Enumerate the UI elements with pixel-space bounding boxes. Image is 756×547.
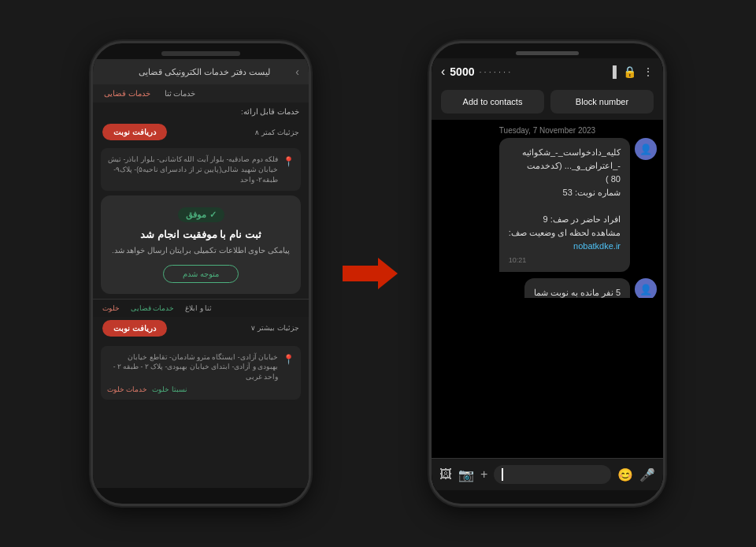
status-calm: نسبتا خلوت <box>152 385 187 393</box>
address-block-top: 📍 فلکه دوم صادقیه- بلوار آیت الله کاشانی… <box>101 148 301 191</box>
success-desc: پیامکی حاوی اطلاعات تکمیلی برایتان ارسال… <box>110 245 291 256</box>
success-badge: ✓ موفق <box>178 207 224 222</box>
left-topbar-title: لیست دفتر خدمات الکترونیکی قضایی <box>113 67 295 77</box>
phone-number-label: 5000 <box>450 65 474 78</box>
success-modal: ✓ موفق ثبت نام با موفقیت انجام شد پیامکی… <box>101 195 301 293</box>
phone-dots: · · · · · · · <box>479 67 510 76</box>
right-screen: ‹ 5000 · · · · · · · ▐ 🔒 ⋮ Add to contac… <box>432 58 663 490</box>
chat-bottom-bar: 🖼 📷 + 😊 🎤 <box>432 458 663 490</box>
avatar-2: 👤 <box>635 278 657 298</box>
lock-icon: 🔒 <box>623 65 636 78</box>
address-block-bottom: 📍 خیابان آزادی- ایستگاه مترو شادمان- تقا… <box>101 346 301 400</box>
status-service: خدمات خلوت <box>107 385 147 393</box>
msg-time-1: 10:21 <box>509 256 621 264</box>
success-title: ثبت نام با موفقیت انجام شد <box>110 229 291 240</box>
details-more-btn[interactable]: جزئیات بیشتر ∨ <box>250 324 299 332</box>
bottom-tabs-row: خلوت خدمات قضایی ثنا و ابلاغ <box>93 299 309 317</box>
bottom-tab-judicial[interactable]: خدمات قضایی <box>128 303 177 314</box>
details-row-top: جزئیات کمتر ∧ دریافت نوبت <box>93 121 309 143</box>
msg-text-2: 5 نفر مانده به نوبت شما لطفا خود را به ن… <box>534 286 621 298</box>
back-arrow-icon[interactable]: › <box>295 65 299 78</box>
attach-icon[interactable]: + <box>480 467 487 482</box>
emoji-icon[interactable]: 😊 <box>617 467 633 482</box>
action-buttons: Add to contacts Block number <box>432 84 663 120</box>
right-notch <box>516 51 579 55</box>
audio-icon[interactable]: 🎤 <box>639 467 655 482</box>
pin-icon-2: 📍 <box>283 354 295 365</box>
msg-text-1: کلیه_دادخواست_-_شکوائیه -_اعتراض_و_... (… <box>509 146 621 253</box>
left-phone: › لیست دفتر خدمات الکترونیکی قضایی خدمات… <box>91 41 311 506</box>
more-icon[interactable]: ⋮ <box>643 65 654 78</box>
scene: › لیست دفتر خدمات الکترونیکی قضایی خدمات… <box>0 0 756 547</box>
tabs-row: خدمات قضایی خدمات ثنا <box>93 84 309 102</box>
tab-judicial[interactable]: خدمات قضایی <box>99 87 155 99</box>
details-less-btn[interactable]: جزئیات کمتر ∧ <box>254 128 299 136</box>
block-number-button[interactable]: Block number <box>550 90 654 113</box>
right-phone: ‹ 5000 · · · · · · · ▐ 🔒 ⋮ Add to contac… <box>429 41 665 506</box>
address-text-top: فلکه دوم صادقیه- بلوار آیت الله کاشانی- … <box>107 154 278 184</box>
camera-icon[interactable]: 📷 <box>458 467 474 482</box>
service-label: خدمات قابل ارائه: <box>93 102 309 121</box>
left-topbar: › لیست دفتر خدمات الکترونیکی قضایی <box>93 59 309 84</box>
signal-icon: ▐ <box>609 65 617 78</box>
right-back-arrow-icon[interactable]: ‹ <box>441 65 445 79</box>
msg-content-2: 5 نفر مانده به نوبت شما لطفا خود را به ن… <box>524 278 630 298</box>
date-label: Tuesday, 7 November 2023 <box>432 120 663 138</box>
address-text-bottom: خیابان آزادی- ایستگاه مترو شادمان- تقاطع… <box>107 352 278 382</box>
tab-thana[interactable]: خدمات ثنا <box>160 87 201 99</box>
direction-arrow <box>343 258 398 289</box>
right-topbar: ‹ 5000 · · · · · · · ▐ 🔒 ⋮ <box>432 58 663 84</box>
message-bubble-1: 👤 کلیه_دادخواست_-_شکوائیه -_اعتراض_و_...… <box>438 138 657 272</box>
chat-area: 👤 کلیه_دادخواست_-_شکوائیه -_اعتراض_و_...… <box>432 138 663 298</box>
text-cursor <box>502 468 503 481</box>
register-btn-bottom[interactable]: دریافت نوبت <box>102 320 167 337</box>
got-it-button[interactable]: متوجه شدم <box>163 265 239 283</box>
check-icon: ✓ <box>209 210 217 220</box>
gallery-icon[interactable]: 🖼 <box>439 467 452 482</box>
right-topbar-icons: ▐ 🔒 ⋮ <box>609 65 654 78</box>
avatar-icon-1: 👤 <box>639 143 652 155</box>
bottom-tab-report[interactable]: خلوت <box>99 303 123 314</box>
left-notch <box>161 51 240 56</box>
left-screen: › لیست دفتر خدمات الکترونیکی قضایی خدمات… <box>93 59 309 488</box>
right-topbar-left: ‹ 5000 · · · · · · · <box>441 65 510 79</box>
avatar-icon-2: 👤 <box>639 284 652 296</box>
svg-marker-0 <box>343 258 398 289</box>
bottom-tab-thana[interactable]: ثنا و ابلاغ <box>182 303 215 314</box>
avatar-1: 👤 <box>635 138 657 160</box>
details-row-bottom: جزئیات بیشتر ∨ دریافت نوبت <box>93 317 309 341</box>
msg-link-1[interactable]: nobatkdke.ir <box>573 241 621 251</box>
msg-content-1: کلیه_دادخواست_-_شکوائیه -_اعتراض_و_... (… <box>499 138 630 272</box>
register-btn-top[interactable]: دریافت نوبت <box>102 124 167 140</box>
pin-icon: 📍 <box>283 156 295 167</box>
add-to-contacts-button[interactable]: Add to contacts <box>441 90 544 113</box>
message-bubble-2: 👤 5 نفر مانده به نوبت شما لطفا خود را به… <box>438 278 657 298</box>
